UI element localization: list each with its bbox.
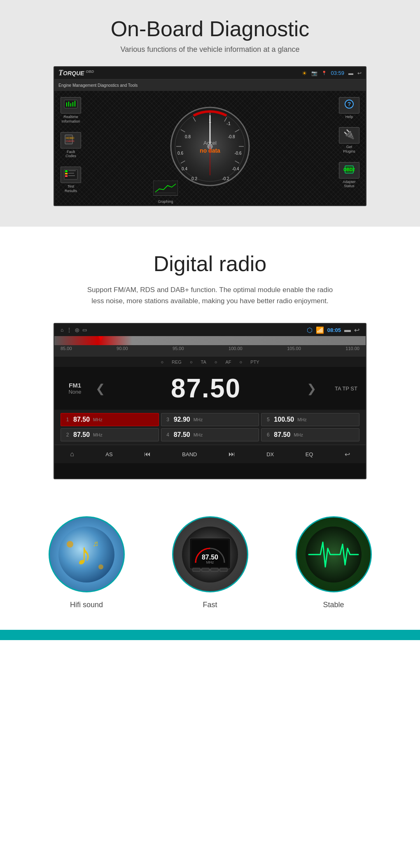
- torque-left-icons: RealtimeInformation HOBDCHECK FaultCodes…: [61, 97, 81, 193]
- radio-right-status: ⬡ 📶 08:05 ▬ ↩: [307, 326, 359, 334]
- feature-stable: Stable: [292, 516, 375, 609]
- radio-main-display: FM1 None ❮ 87.50 ❯ TA TP ST: [54, 367, 366, 410]
- freq-110: 110.00: [345, 346, 359, 351]
- svg-text:-1: -1: [226, 121, 231, 126]
- svg-rect-14: [68, 173, 74, 174]
- svg-text:0.8: 0.8: [185, 135, 191, 139]
- torque-main-area: RealtimeInformation HOBDCHECK FaultCodes…: [54, 91, 366, 206]
- next-freq-button[interactable]: ❯: [307, 382, 316, 395]
- signal-icon: 📶: [316, 326, 324, 334]
- freq-95: 95.00: [173, 346, 184, 351]
- preset-4[interactable]: 4 87.50 MHz: [161, 428, 259, 441]
- svg-text:0.6: 0.6: [177, 151, 183, 155]
- radio-band: FM1: [63, 382, 87, 389]
- hifi-circle: ♪ ♬: [49, 516, 125, 592]
- svg-rect-60: [211, 568, 218, 571]
- ctrl-prev-button[interactable]: ⏮: [144, 450, 151, 458]
- radio-freq-display: 87.50: [113, 373, 299, 404]
- torque-right-icons: ? Help 🔌 GetPlugins OBD2 AdapterStatus: [339, 97, 359, 188]
- fault-codes-icon[interactable]: HOBDCHECK FaultCodes: [61, 132, 81, 159]
- ctrl-home-icon[interactable]: ⌂: [70, 450, 74, 458]
- battery-icon: ▬: [344, 326, 351, 334]
- radio-ta-tp-st: TA TP ST: [324, 385, 357, 392]
- preset-3[interactable]: 3 92.90 MHz: [161, 413, 259, 426]
- help-icon[interactable]: ? Help: [339, 97, 359, 119]
- feature-hifi: ♪ ♬ Hifi sound: [45, 516, 128, 609]
- ctrl-back-icon[interactable]: ↩: [345, 450, 350, 458]
- obd-subtitle: Various functions of the vehicle informa…: [25, 45, 395, 54]
- torque-time: 03:59: [331, 70, 344, 76]
- freq-105: 105.00: [287, 346, 301, 351]
- ctrl-eq-button[interactable]: EQ: [306, 451, 313, 457]
- test-results-icon[interactable]: TestResults: [61, 167, 81, 193]
- ctrl-next-button[interactable]: ⏭: [229, 450, 235, 458]
- svg-rect-11: [65, 173, 68, 174]
- radio-freq-bar: 85.00 90.00 95.00 100.00 105.00 110.00: [54, 336, 366, 357]
- torque-toolbar: Engine Management Diagnostics and Tools: [54, 79, 366, 91]
- stable-label: Stable: [292, 601, 375, 609]
- preset-1[interactable]: 1 87.50 MHz: [61, 413, 159, 426]
- svg-point-51: [98, 564, 103, 569]
- adapter-status-icon[interactable]: OBD2 AdapterStatus: [339, 162, 359, 189]
- radio-description: Support FM/AM, RDS and DAB+ function. Th…: [86, 284, 334, 306]
- svg-text:CHECK: CHECK: [66, 140, 75, 142]
- svg-text:-0.8: -0.8: [228, 135, 235, 139]
- svg-text:HOBD: HOBD: [66, 137, 74, 139]
- svg-text:87.50: 87.50: [202, 554, 218, 561]
- pty-label: PTY: [250, 360, 259, 364]
- radio-section: Digital radio Support FM/AM, RDS and DAB…: [0, 227, 420, 496]
- pty-dot: ○: [240, 360, 243, 364]
- freq-100: 100.00: [229, 346, 243, 351]
- prev-freq-button[interactable]: ❮: [96, 382, 105, 395]
- radio-presets: 1 87.50 MHz 3 92.90 MHz 5 100.50 MHz 2 8…: [54, 410, 366, 445]
- af-dot: ○: [215, 360, 217, 364]
- svg-text:OBD2: OBD2: [343, 167, 355, 172]
- preset-6[interactable]: 6 87.50 MHz: [261, 428, 359, 441]
- bottom-teal-bar: [0, 630, 420, 640]
- svg-text:?: ?: [348, 101, 351, 107]
- back-arrow-icon: ↩: [354, 326, 359, 334]
- svg-text:-0.4: -0.4: [232, 167, 239, 171]
- svg-text:♬: ♬: [93, 539, 99, 548]
- preset-5[interactable]: 5 100.50 MHz: [261, 413, 359, 426]
- radio-screenshot: ⌂ ⋮ ◎ ▭ ⬡ 📶 08:05 ▬ ↩ 85.00 90.00 95.00: [54, 323, 366, 479]
- svg-rect-15: [68, 175, 75, 176]
- home-icon: ⌂: [61, 327, 63, 333]
- torque-status-bar: TORQUE OBD ☀ 📷 📍 03:59 ▬ ↩: [54, 67, 366, 79]
- reg-dot: ○: [161, 360, 163, 364]
- svg-text:🔌: 🔌: [343, 129, 355, 140]
- ctrl-as-button[interactable]: AS: [105, 451, 112, 457]
- svg-rect-13: [68, 170, 76, 171]
- svg-rect-61: [220, 568, 227, 571]
- radio-time: 08:05: [327, 327, 341, 333]
- obd-title: On-Board Diagnostic: [25, 16, 395, 41]
- obd-section: On-Board Diagnostic Various functions of…: [0, 0, 420, 227]
- radio-options: ○REG ○TA ○AF ○PTY: [54, 357, 366, 367]
- radio-band-info: FM1 None: [63, 382, 87, 395]
- svg-rect-10: [65, 170, 68, 172]
- svg-rect-58: [193, 568, 200, 571]
- ta-label: TA: [201, 360, 206, 364]
- svg-text:MHz: MHz: [206, 560, 214, 564]
- preset-2[interactable]: 2 87.50 MHz: [61, 428, 159, 441]
- fast-circle: 87.50 MHz: [172, 516, 248, 592]
- torque-gauge: 1 -1 0.8 -0.8 0.6 -0.6 0.4 -0.4 0.2 -0.2…: [169, 105, 251, 189]
- get-plugins-icon[interactable]: 🔌 GetPlugins: [339, 127, 359, 154]
- freq-85: 85.00: [61, 346, 72, 351]
- svg-point-50: [67, 541, 73, 548]
- ctrl-dx-button[interactable]: DX: [266, 451, 274, 457]
- realtime-info-icon[interactable]: RealtimeInformation: [61, 97, 81, 124]
- fast-label: Fast: [169, 601, 251, 609]
- graphing-icon[interactable]: Graphing: [153, 181, 178, 204]
- svg-text:0.4: 0.4: [182, 167, 187, 171]
- ctrl-band-button[interactable]: BAND: [182, 451, 197, 457]
- feature-fast: 87.50 MHz Fast: [169, 516, 251, 609]
- reg-label: REG: [172, 360, 182, 364]
- radio-status-bar: ⌂ ⋮ ◎ ▭ ⬡ 📶 08:05 ▬ ↩: [54, 324, 366, 336]
- svg-rect-59: [202, 568, 209, 571]
- svg-rect-12: [65, 175, 68, 177]
- features-section: ♪ ♬ Hifi sound: [0, 496, 420, 622]
- hifi-label: Hifi sound: [45, 601, 128, 609]
- menu-icon: ⋮: [67, 327, 72, 333]
- svg-text:-0.6: -0.6: [234, 151, 242, 155]
